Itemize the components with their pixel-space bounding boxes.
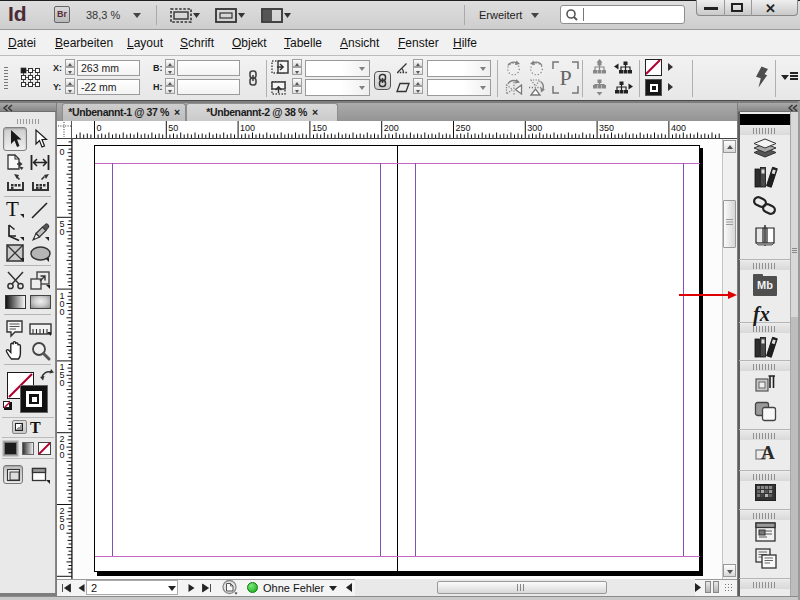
svg-text:0: 0: [60, 147, 65, 157]
svg-text:P: P: [559, 65, 571, 90]
svg-text:300: 300: [527, 123, 542, 133]
svg-text:350: 350: [599, 123, 614, 133]
svg-text:100: 100: [240, 123, 255, 133]
svg-text:0: 0: [60, 450, 65, 460]
svg-text:400: 400: [671, 123, 686, 133]
svg-text:0: 0: [60, 307, 65, 317]
svg-text:0: 0: [60, 378, 65, 388]
svg-text:200: 200: [384, 123, 399, 133]
svg-text:250: 250: [456, 123, 471, 133]
svg-text:A: A: [761, 442, 775, 463]
svg-text:0: 0: [60, 522, 65, 532]
svg-text:150: 150: [312, 123, 327, 133]
svg-text:50: 50: [168, 123, 178, 133]
svg-text:0: 0: [60, 227, 65, 237]
svg-text:0: 0: [97, 123, 102, 133]
